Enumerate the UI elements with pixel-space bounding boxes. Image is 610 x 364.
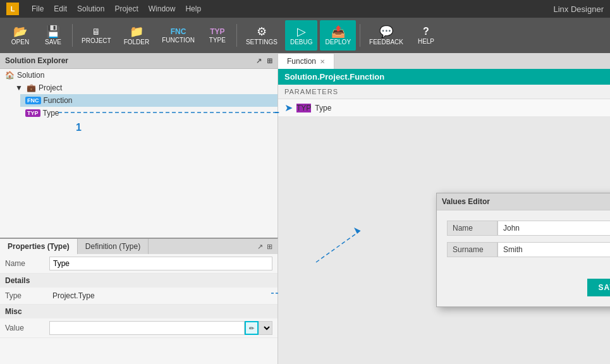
app-title: Linx Designer [554,4,604,14]
dialog-input-name[interactable]: John ∨ [497,221,610,236]
save-button[interactable]: 💾 SAVE [38,20,68,51]
debug-button[interactable]: ▷ DEBUG [285,20,318,51]
feedback-icon: 💬 [379,26,393,37]
menu-file[interactable]: File [32,4,44,13]
deploy-button[interactable]: 📤 DEPLOY [320,20,356,51]
prop-dock-icon[interactable]: ⊞ [267,243,272,251]
tree-item-function[interactable]: FNC Function [20,94,278,107]
prop-row-type: Type Project.Type [0,288,278,305]
menu-help[interactable]: Help [185,4,201,13]
right-panel: Function ✕ Solution.Project.Function PAR… [278,53,610,364]
main-layout: Solution Explorer ↗ ⊞ 🏠 Solution ▼ 💼 Pro… [0,53,610,364]
dialog-row-surname: Surname Smith ∨ [447,242,610,257]
tree-item-type[interactable]: TYP Type [20,107,278,119]
feedback-button[interactable]: 💬 FEEDBACK [364,20,408,51]
dialog-footer: SAVE CANCEL [437,274,610,306]
dialog-row-name: Name John ∨ [447,221,610,236]
tree-item-project[interactable]: ▼ 💼 Project [10,82,278,94]
folder-button[interactable]: 📁 FOLDER [119,20,155,51]
edit-icon: ✏ [249,325,254,332]
function-badge: FNC [25,97,41,104]
tab-properties[interactable]: Properties (Type) [0,239,78,254]
help-icon: ? [423,27,429,37]
deploy-label: DEPLOY [325,39,351,46]
type-button[interactable]: TYP TYPE [202,20,233,51]
prop-input-name[interactable] [49,257,272,270]
solution-explorer-title: Solution Explorer [5,56,68,65]
svg-marker-4 [354,228,360,234]
prop-section-details: Details [0,274,278,288]
toolbar-separator-2 [236,24,237,47]
prop-tab-icons: ↗ ⊞ [257,239,278,254]
settings-icon: ⚙ [257,26,267,37]
debug-icon: ▷ [297,26,306,37]
function-tab[interactable]: Function ✕ [278,53,334,69]
prop-section-misc: Misc [0,305,278,318]
svg-line-3 [316,231,360,262]
solution-label: Solution [17,71,44,80]
title-bar-left: L File Edit Solution Project Window Help [6,3,201,15]
values-editor-dialog: Values Editor ─ ✕ Name John ∨ [436,193,610,307]
type-label: TYPE [209,37,226,44]
toolbar-separator-1 [72,24,73,47]
function-button[interactable]: FNC FUNCTION [157,20,200,51]
tab-bar: Function ✕ [278,53,610,69]
tab-definition[interactable]: Definition (Type) [78,239,149,254]
function-tree-label: Function [44,96,73,105]
dialog-value-surname: Smith [503,245,523,254]
prop-row-value: Value ✏ 2 [0,318,278,338]
type-icon: TYP [210,28,224,35]
tab-close-icon[interactable]: ✕ [320,58,325,65]
dialog-titlebar: Values Editor ─ ✕ [437,193,610,210]
function-icon: FNC [171,28,186,35]
pin-icon[interactable]: ↗ [256,57,262,65]
value-dropdown[interactable] [259,321,272,335]
settings-button[interactable]: ⚙ SETTINGS [241,20,283,51]
menu-solution[interactable]: Solution [77,4,104,13]
prop-label-type: Type [5,291,49,300]
app-logo: L [6,3,19,15]
dialog-input-surname[interactable]: Smith ∨ [497,242,610,257]
function-label: FUNCTION [162,37,195,44]
menu-bar: File Edit Solution Project Window Help [32,4,201,13]
value-edit-button[interactable]: ✏ [245,321,259,335]
project-button[interactable]: 🖥 PROJECT [76,20,116,51]
project-label: Project [39,83,62,92]
prop-value-type: Project.Type [49,290,272,301]
function-tab-label: Function [287,57,316,66]
toolbar-separator-3 [360,24,360,47]
function-breadcrumb: Solution.Project.Function [278,69,610,85]
folder-label: FOLDER [124,39,150,46]
solution-explorer-icons: ↗ ⊞ [256,57,272,65]
menu-project[interactable]: Project [114,4,138,13]
annotation-1-area: 1 [20,119,278,136]
tree-item-solution[interactable]: 🏠 Solution [0,69,278,82]
project-folder-icon: 💼 [27,83,36,92]
prop-input-value[interactable] [49,321,245,335]
value-input-wrapper: ✏ [49,321,272,335]
menu-edit[interactable]: Edit [54,4,67,13]
param-arrow-icon: ➤ [284,102,293,114]
menu-window[interactable]: Window [149,4,176,13]
prop-pin-icon[interactable]: ↗ [257,243,263,251]
help-button[interactable]: ? HELP [411,20,441,51]
right-content: Values Editor ─ ✕ Name John ∨ [278,117,610,364]
debug-label: DEBUG [290,39,313,46]
solution-icon: 🏠 [5,71,15,80]
prop-label-name: Name [5,259,49,268]
project-label: PROJECT [82,37,111,44]
param-type-badge: TYP [296,104,311,112]
expand-icon: ▼ [15,83,23,92]
properties-tabs: Properties (Type) Definition (Type) ↗ ⊞ [0,239,278,254]
dialog-title: Values Editor [442,197,490,206]
folder-icon: 📁 [130,26,143,37]
properties-panel: Properties (Type) Definition (Type) ↗ ⊞ … [0,238,278,364]
dock-icon[interactable]: ⊞ [267,57,272,65]
type-badge: TYP [25,109,40,117]
help-label: HELP [418,38,434,45]
open-label: OPEN [11,39,29,46]
open-button[interactable]: 📂 OPEN [5,20,35,51]
save-button[interactable]: SAVE [587,279,610,296]
dialog-body: Name John ∨ Surname Smith ∨ [437,210,610,274]
solution-explorer: Solution Explorer ↗ ⊞ 🏠 Solution ▼ 💼 Pro… [0,53,278,238]
